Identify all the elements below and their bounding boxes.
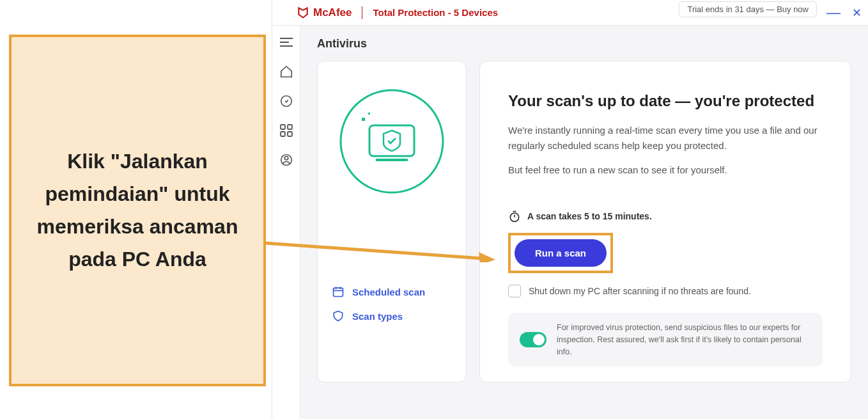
scan-illustration-icon <box>337 87 446 196</box>
status-body-1: We're instantly running a real-time scan… <box>508 123 823 154</box>
shutdown-label: Shut down my PC after scanning if no thr… <box>529 286 751 296</box>
shutdown-option: Shut down my PC after scanning if no thr… <box>508 285 823 297</box>
scan-status-card: Your scan's up to date — you're protecte… <box>479 61 851 383</box>
svg-rect-8 <box>281 132 285 136</box>
shield-icon <box>332 310 345 322</box>
status-headline: Your scan's up to date — you're protecte… <box>508 92 823 110</box>
scan-types-label: Scan types <box>352 311 403 322</box>
scan-duration-row: A scan takes 5 to 15 minutes. <box>508 210 823 223</box>
window-controls: — ✕ <box>826 0 862 26</box>
cards-row: Scheduled scan Scan types Your scan's up… <box>317 61 851 383</box>
score-icon[interactable] <box>279 93 294 109</box>
titlebar: McAfee Total Protection - 5 Devices Tria… <box>272 0 868 26</box>
brand-separator <box>362 6 362 19</box>
apps-icon[interactable] <box>279 123 294 138</box>
page-title: Antivirus <box>317 37 851 51</box>
footer-note: For improved virus protection, send susp… <box>508 313 823 367</box>
svg-rect-15 <box>362 118 365 121</box>
brand: McAfee Total Protection - 5 Devices <box>297 6 498 19</box>
home-icon[interactable] <box>279 64 294 79</box>
send-files-toggle[interactable] <box>520 332 546 347</box>
product-name: Total Protection - 5 Devices <box>373 7 498 18</box>
app-window: McAfee Total Protection - 5 Devices Tria… <box>272 0 868 419</box>
svg-rect-7 <box>288 125 292 129</box>
svg-point-5 <box>281 96 291 107</box>
mcafee-logo-icon <box>297 6 309 19</box>
trial-badge[interactable]: Trial ends in 31 days — Buy now <box>679 1 817 17</box>
svg-rect-14 <box>376 159 408 161</box>
status-body-2: But feel free to run a new scan to see i… <box>508 162 823 178</box>
minimize-button[interactable]: — <box>826 4 841 21</box>
scan-types-link[interactable]: Scan types <box>332 310 452 322</box>
scan-illustration-card: Scheduled scan Scan types <box>317 61 467 383</box>
svg-rect-9 <box>288 132 292 136</box>
svg-point-21 <box>510 213 518 221</box>
svg-rect-6 <box>281 125 285 129</box>
svg-rect-17 <box>334 288 343 296</box>
sidebar <box>272 26 300 419</box>
stopwatch-icon <box>508 210 521 223</box>
footer-note-text: For improved virus protection, send susp… <box>557 322 811 358</box>
annotation-callout: Klik "Jalankan pemindaian" untuk memerik… <box>9 35 266 386</box>
account-icon[interactable] <box>279 152 294 168</box>
svg-rect-16 <box>368 113 370 115</box>
scheduled-scan-label: Scheduled scan <box>352 287 425 297</box>
shutdown-checkbox[interactable] <box>508 285 521 297</box>
close-button[interactable]: ✕ <box>852 6 862 20</box>
content-area: Antivirus Scheduled scan <box>300 26 868 419</box>
calendar-icon <box>332 285 345 298</box>
scheduled-scan-link[interactable]: Scheduled scan <box>332 285 452 298</box>
run-scan-highlight: Run a scan <box>508 233 613 273</box>
menu-icon[interactable] <box>279 35 294 50</box>
annotation-text: Klik "Jalankan pemindaian" untuk memerik… <box>31 145 244 276</box>
svg-point-11 <box>284 157 288 161</box>
side-links: Scheduled scan Scan types <box>332 285 452 322</box>
scan-duration-text: A scan takes 5 to 15 minutes. <box>527 211 652 221</box>
run-scan-button[interactable]: Run a scan <box>515 239 607 267</box>
brand-name: McAfee <box>313 6 352 19</box>
